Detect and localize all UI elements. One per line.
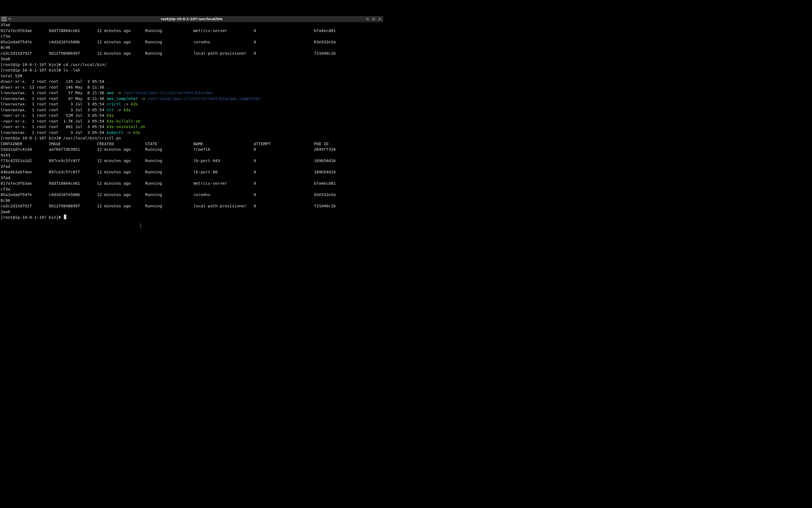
terminal-line: 53d32ad7c4144 aa764f7db3051 12 minutes a…	[1, 146, 383, 153]
menu-button[interactable]	[371, 16, 376, 22]
text-cursor-ibeam	[140, 223, 141, 228]
terminal-line: 3fad	[1, 164, 383, 170]
terminal-line: [root@ip-10-0-1-107 bin]# cd /usr/local/…	[1, 62, 383, 68]
terminal-line: drwxr-xr-x. 2 root root 135 Jul 3 05:54 …	[1, 79, 383, 84]
terminal-line: 3fad	[1, 22, 383, 28]
terminal-line: 9143	[1, 153, 383, 158]
titlebar-right-controls	[365, 16, 383, 22]
screen: root@ip-10-0-1-107:/usr/local/bin 3fad81…	[0, 0, 383, 240]
terminal-line: [root@ip-10-0-1-107 bin]# ls -lah	[1, 68, 383, 73]
svg-line-4	[368, 19, 369, 20]
terminal-line: lrwxrwxrwx. 1 root root 47 May 8 21:36 a…	[1, 96, 383, 101]
terminal-line: 8c96	[1, 45, 383, 50]
close-button[interactable]	[377, 16, 382, 22]
terminal-line: f73c42551a1d2 897ce3c5fc8ff 12 minutes a…	[1, 158, 383, 164]
titlebar-left-controls	[0, 16, 12, 22]
search-icon	[366, 17, 369, 21]
search-button[interactable]	[365, 16, 370, 22]
new-tab-button[interactable]	[2, 16, 7, 22]
tab-menu-dropdown[interactable]	[8, 17, 12, 21]
terminal-line: cf3a	[1, 186, 383, 192]
terminal-line: [root@ip-10-0-1-107 bin]#	[1, 214, 383, 220]
terminal-line: lrwxrwxrwx. 1 root root 3 Jul 3 05:54 ct…	[1, 107, 383, 113]
terminal-line: 8c96	[1, 198, 383, 204]
terminal-line: cf3a	[1, 33, 383, 39]
terminal-line: total 52M	[1, 73, 383, 79]
chevron-down-icon	[8, 17, 12, 21]
hamburger-icon	[372, 17, 375, 21]
terminal-line: 3aa6	[1, 209, 383, 215]
terminal-line: ca3c2d15d7927 9d12f9848b99f 12 minutes a…	[1, 50, 383, 56]
window-titlebar: root@ip-10-0-1-107:/usr/local/bin	[0, 16, 383, 22]
terminal-line: 85a1edad754fe c4d3d16fe508b 12 minutes a…	[1, 39, 383, 45]
terminal-line: ca3c2d15d7927 9d12f9848b99f 12 minutes a…	[1, 203, 383, 209]
terminal-line: [root@ip-10-0-1-107 bin]# /usr/local/bin…	[1, 135, 383, 141]
terminal-line: -rwxr-xr-x. 1 root root 881 Jul 3 05:54 …	[1, 124, 383, 130]
terminal-output[interactable]: 3fad817a7ec9fb3ae 9dd718864ce61 12 minut…	[0, 22, 383, 226]
terminal-line: 817a7ec9fb3ae 9dd718864ce61 12 minutes a…	[1, 28, 383, 34]
terminal-line: lrwxrwxrwx. 1 root root 37 May 8 21:36 a…	[1, 90, 383, 96]
block-cursor	[64, 214, 66, 219]
terminal-line: 85a1edad754fe c4d3d16fe508b 12 minutes a…	[1, 192, 383, 198]
terminal-line: drwxr-xr-x. 13 root root 146 May 8 21:36…	[1, 84, 383, 90]
terminal-line: lrwxrwxrwx. 1 root root 3 Jul 3 05:54 ku…	[1, 130, 383, 135]
close-icon	[378, 17, 381, 21]
terminal-line: lrwxrwxrwx. 1 root root 3 Jul 3 05:54 cr…	[1, 101, 383, 107]
plus-box-icon	[2, 17, 6, 21]
terminal-line: 3aa6	[1, 56, 383, 62]
svg-point-3	[366, 18, 368, 19]
terminal-line: 3fad	[1, 175, 383, 181]
terminal-line: CONTAINER IMAGE CREATED STATE NAME ATTEM…	[1, 141, 383, 147]
terminal-line: -rwxr-xr-x. 1 root root 1.7K Jul 3 05:54…	[1, 119, 383, 124]
window-title: root@ip-10-0-1-107:/usr/local/bin	[0, 17, 383, 21]
terminal-line: 44ba4b3abf4ee 897ce3c5fc8ff 12 minutes a…	[1, 169, 383, 175]
terminal-line: 817a7ec9fb3ae 9dd718864ce61 12 minutes a…	[1, 180, 383, 186]
terminal-line: -rwxr-xr-x. 1 root root 52M Jul 3 05:54 …	[1, 113, 383, 119]
